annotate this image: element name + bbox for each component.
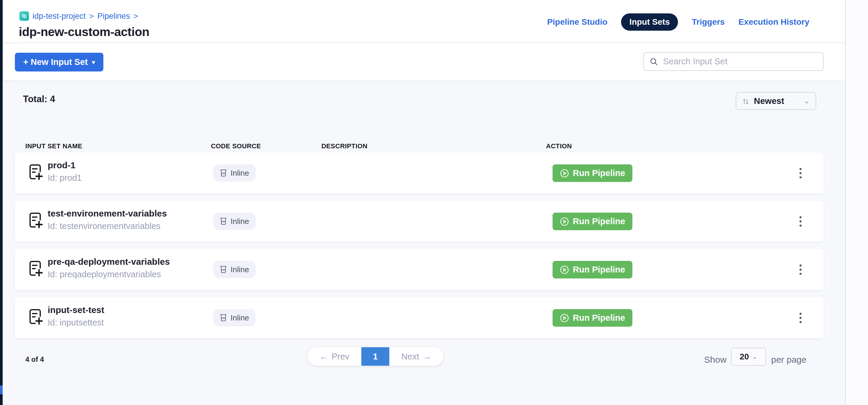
inline-store-icon xyxy=(220,217,227,225)
input-set-id: Id: testenvironementvariables xyxy=(48,221,167,231)
breadcrumb-separator: > xyxy=(133,11,138,21)
toolbar: + New Input Set ▾ xyxy=(3,43,845,81)
run-pipeline-label: Run Pipeline xyxy=(573,168,625,178)
table-row: prod-1 Id: prod1 Inline Run Pipeline xyxy=(15,153,824,193)
sort-dropdown[interactable]: ↑↓ Newest ⌄ xyxy=(736,92,816,110)
per-page-label: per page xyxy=(771,355,806,365)
next-page-button[interactable]: Next → xyxy=(389,347,443,366)
caret-down-icon: ▾ xyxy=(92,59,95,66)
sort-arrows-icon: ↑↓ xyxy=(742,96,748,106)
table-row: pre-qa-deployment-variables Id: preqadep… xyxy=(15,249,824,290)
pipeline-tabs: Pipeline Studio Input Sets Triggers Exec… xyxy=(547,14,809,30)
inline-store-icon xyxy=(220,169,227,177)
new-input-set-label: + New Input Set xyxy=(23,57,88,67)
input-set-name-link[interactable]: input-set-test xyxy=(48,305,104,315)
prev-page-button[interactable]: ← Prev xyxy=(307,347,361,366)
play-icon xyxy=(560,168,569,178)
chevron-down-icon: ⌄ xyxy=(752,353,757,361)
page-header: idp-test-project > Pipelines > idp-new-c… xyxy=(3,0,845,43)
row-menu-button[interactable] xyxy=(795,262,806,277)
search-input[interactable] xyxy=(662,56,818,67)
play-icon xyxy=(560,313,569,323)
input-set-id: Id: preqadeploymentvariables xyxy=(48,270,170,279)
input-set-icon xyxy=(27,211,43,230)
input-set-icon xyxy=(27,259,43,279)
new-input-set-button[interactable]: + New Input Set ▾ xyxy=(15,53,103,71)
run-pipeline-button[interactable]: Run Pipeline xyxy=(553,164,632,182)
left-nav-rail xyxy=(0,0,3,405)
sort-selected-value: Newest xyxy=(754,96,800,106)
chevron-down-icon: ⌄ xyxy=(804,97,810,105)
show-label: Show xyxy=(704,355,726,365)
right-panel-strip xyxy=(845,0,868,405)
search-icon xyxy=(649,57,658,66)
input-set-name-link[interactable]: prod-1 xyxy=(48,160,82,170)
table-row: test-environement-variables Id: testenvi… xyxy=(15,201,824,242)
play-icon xyxy=(560,217,569,226)
pagination-count: 4 of 4 xyxy=(25,355,44,364)
run-pipeline-button[interactable]: Run Pipeline xyxy=(553,213,632,230)
code-source-badge: Inline xyxy=(213,309,255,326)
input-set-list: Total: 4 ↑↓ Newest ⌄ INPUT SET NAME CODE… xyxy=(3,81,845,405)
breadcrumb: idp-test-project > Pipelines > xyxy=(19,11,138,21)
table-row: input-set-test Id: inputsettest Inline R… xyxy=(15,297,824,338)
prev-label: Prev xyxy=(332,352,349,362)
code-source-label: Inline xyxy=(230,313,249,322)
tab-pipeline-studio[interactable]: Pipeline Studio xyxy=(547,17,607,27)
total-count: Total: 4 xyxy=(23,94,55,104)
column-header-name: INPUT SET NAME xyxy=(25,142,82,150)
input-sets-page: idp-test-project > Pipelines > idp-new-c… xyxy=(0,0,868,405)
breadcrumb-project-link[interactable]: idp-test-project xyxy=(32,11,86,21)
search-box xyxy=(643,52,824,71)
input-set-id: Id: prod1 xyxy=(48,173,82,183)
run-pipeline-button[interactable]: Run Pipeline xyxy=(553,261,632,278)
rail-scroll-indicator xyxy=(0,385,3,394)
input-set-id: Id: inputsettest xyxy=(48,318,104,328)
code-source-badge: Inline xyxy=(213,261,255,278)
tab-input-sets[interactable]: Input Sets xyxy=(621,13,678,31)
input-set-name-link[interactable]: pre-qa-deployment-variables xyxy=(48,257,170,267)
next-label: Next xyxy=(401,352,419,362)
breadcrumb-separator: > xyxy=(89,11,94,21)
input-set-name-link[interactable]: test-environement-variables xyxy=(48,209,167,219)
row-menu-button[interactable] xyxy=(795,214,806,229)
tab-execution-history[interactable]: Execution History xyxy=(738,17,809,27)
code-source-label: Inline xyxy=(230,168,249,178)
play-icon xyxy=(560,265,569,275)
run-pipeline-button[interactable]: Run Pipeline xyxy=(553,309,632,327)
page-size-select[interactable]: 20 ⌄ xyxy=(731,348,766,366)
code-source-label: Inline xyxy=(230,265,249,274)
pipeline-icon xyxy=(19,11,29,21)
tab-triggers[interactable]: Triggers xyxy=(692,17,724,27)
row-menu-button[interactable] xyxy=(795,310,806,325)
run-pipeline-label: Run Pipeline xyxy=(573,313,625,323)
input-set-icon xyxy=(27,163,43,182)
inline-store-icon xyxy=(220,314,227,322)
column-header-action: ACTION xyxy=(546,142,572,150)
arrow-left-icon: ← xyxy=(319,352,328,362)
inline-store-icon xyxy=(220,266,227,273)
code-source-label: Inline xyxy=(230,217,249,226)
run-pipeline-label: Run Pipeline xyxy=(573,265,625,275)
arrow-right-icon: → xyxy=(423,352,431,362)
code-source-badge: Inline xyxy=(213,164,255,182)
column-header-description: DESCRIPTION xyxy=(321,142,368,150)
current-page-button[interactable]: 1 xyxy=(361,347,389,366)
page-title: idp-new-custom-action xyxy=(19,25,149,39)
input-set-icon xyxy=(27,307,43,327)
code-source-badge: Inline xyxy=(213,213,255,230)
breadcrumb-pipelines-link[interactable]: Pipelines xyxy=(97,11,130,21)
column-header-code-source: CODE SOURCE xyxy=(211,142,261,150)
pager: ← Prev 1 Next → xyxy=(307,347,443,366)
row-menu-button[interactable] xyxy=(795,165,806,181)
run-pipeline-label: Run Pipeline xyxy=(573,217,625,226)
page-size-value: 20 xyxy=(740,352,749,362)
